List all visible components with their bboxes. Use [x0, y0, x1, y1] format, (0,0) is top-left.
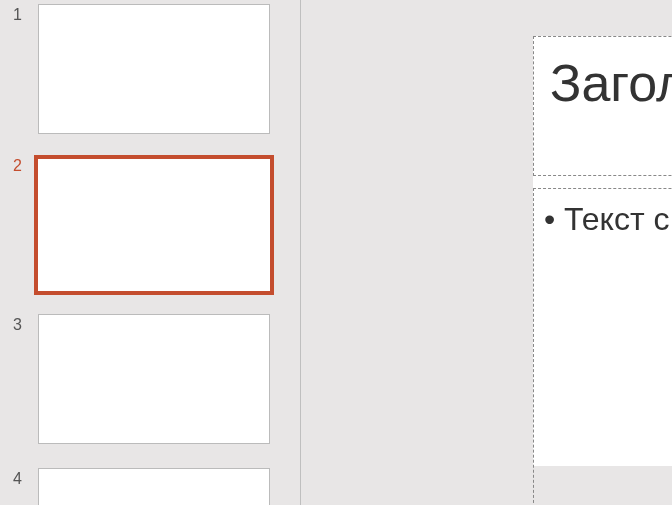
thumbnails-panel: 1 2 3 4	[0, 0, 300, 505]
thumbnail-row-3: 3	[0, 314, 270, 444]
thumbnail-slide-4[interactable]	[38, 468, 270, 505]
slide-canvas[interactable]: Загол Текст с	[533, 36, 672, 466]
thumbnail-number: 3	[0, 314, 30, 334]
thumbnail-number: 4	[0, 468, 30, 488]
slide-canvas-area: Загол Текст с	[301, 0, 672, 505]
thumbnail-slide-1[interactable]	[38, 4, 270, 134]
bullet-text: Текст с	[564, 201, 672, 238]
thumbnail-slide-3[interactable]	[38, 314, 270, 444]
title-placeholder[interactable]: Загол	[533, 36, 672, 176]
title-text: Загол	[550, 55, 672, 112]
thumbnail-row-4: 4	[0, 468, 270, 505]
thumbnail-number: 1	[0, 4, 30, 24]
thumbnail-row-2: 2	[0, 155, 274, 295]
thumbnail-number: 2	[0, 155, 30, 175]
content-placeholder[interactable]: Текст с	[533, 188, 672, 505]
thumbnail-row-1: 1	[0, 4, 270, 134]
thumbnail-slide-2[interactable]	[34, 155, 274, 295]
